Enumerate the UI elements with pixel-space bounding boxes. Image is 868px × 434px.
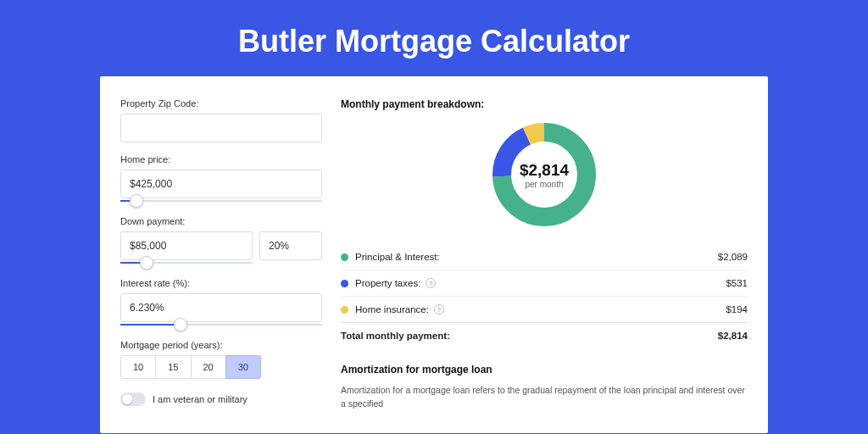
- legend-total-label: Total monthly payment:: [341, 331, 450, 341]
- down-payment-field: Down payment:: [120, 216, 322, 266]
- period-option-15[interactable]: 15: [155, 355, 191, 379]
- amortization-text: Amortization for a mortgage loan refers …: [341, 384, 748, 411]
- home-price-slider[interactable]: [120, 198, 322, 204]
- legend-row: Home insurance:?$194: [341, 296, 748, 322]
- slider-thumb[interactable]: [140, 256, 153, 270]
- help-icon[interactable]: ?: [434, 304, 444, 314]
- calculator-card: Property Zip Code: Home price: Down paym…: [100, 76, 768, 433]
- legend-row: Principal & Interest:$2,089: [341, 244, 748, 270]
- veteran-toggle[interactable]: [120, 392, 146, 406]
- interest-rate-slider[interactable]: [120, 321, 322, 328]
- period-option-20[interactable]: 20: [191, 355, 226, 379]
- breakdown-title: Monthly payment breakdown:: [341, 98, 748, 110]
- donut-center-value: $2,814: [520, 161, 569, 180]
- interest-rate-field: Interest rate (%):: [120, 278, 322, 328]
- breakdown-legend: Principal & Interest:$2,089Property taxe…: [341, 244, 748, 348]
- legend-label-text: Principal & Interest:: [355, 252, 440, 262]
- zip-field: Property Zip Code:: [120, 98, 322, 142]
- down-payment-slider[interactable]: [120, 259, 253, 266]
- legend-dot: [341, 280, 348, 287]
- amortization-section: Amortization for mortgage loan Amortizat…: [341, 364, 748, 411]
- home-price-label: Home price:: [120, 154, 322, 164]
- period-option-10[interactable]: 10: [120, 355, 156, 379]
- down-payment-label: Down payment:: [120, 216, 322, 226]
- help-icon[interactable]: ?: [426, 278, 436, 288]
- legend-amount: $531: [726, 278, 748, 288]
- results-column: Monthly payment breakdown: $2,814 per mo…: [341, 98, 748, 411]
- mortgage-period-segmented: 10152030: [120, 355, 322, 379]
- legend-total-row: Total monthly payment:$2,814: [341, 322, 748, 348]
- legend-dot: [341, 306, 348, 314]
- legend-label-text: Property taxes:: [355, 278, 420, 288]
- period-option-30[interactable]: 30: [225, 355, 261, 379]
- legend-row: Property taxes:?$531: [341, 270, 748, 296]
- slider-thumb[interactable]: [174, 318, 187, 331]
- veteran-toggle-label: I am veteran or military: [153, 394, 248, 404]
- zip-input[interactable]: [120, 114, 322, 142]
- legend-label-text: Home insurance:: [355, 304, 429, 314]
- veteran-toggle-row: I am veteran or military: [120, 392, 322, 406]
- mortgage-period-label: Mortgage period (years):: [120, 340, 322, 350]
- donut-chart: $2,814 per month: [341, 120, 748, 229]
- mortgage-period-field: Mortgage period (years): 10152030: [120, 340, 322, 379]
- slider-thumb[interactable]: [130, 194, 143, 208]
- page-title: Butler Mortgage Calculator: [0, 0, 868, 76]
- donut-center-sub: per month: [525, 180, 563, 189]
- form-column: Property Zip Code: Home price: Down paym…: [120, 98, 322, 411]
- home-price-field: Home price:: [120, 154, 322, 204]
- home-price-input[interactable]: [120, 170, 322, 198]
- legend-amount: $2,089: [718, 252, 748, 262]
- down-payment-input[interactable]: [120, 231, 253, 260]
- amortization-title: Amortization for mortgage loan: [341, 364, 748, 376]
- zip-label: Property Zip Code:: [120, 98, 322, 108]
- legend-amount: $194: [726, 304, 748, 314]
- down-payment-pct-input[interactable]: [259, 231, 322, 260]
- legend-total-amount: $2,814: [718, 331, 748, 341]
- interest-rate-input[interactable]: [120, 293, 322, 322]
- legend-dot: [341, 253, 348, 261]
- interest-rate-label: Interest rate (%):: [120, 278, 322, 288]
